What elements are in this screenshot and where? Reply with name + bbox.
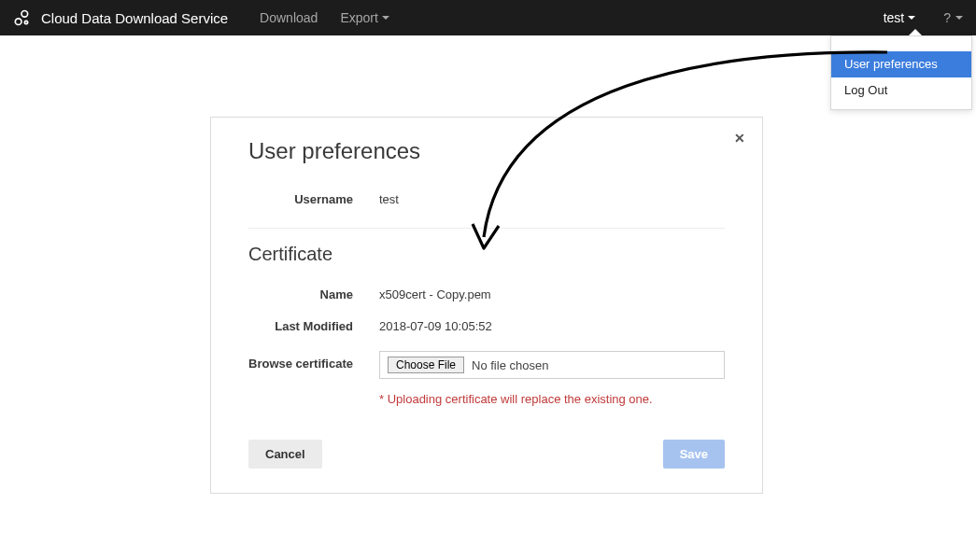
- help-menu-trigger[interactable]: ?: [930, 0, 976, 35]
- navbar: Cloud Data Download Service Download Exp…: [0, 0, 976, 35]
- cert-name-value: x509cert - Copy.pem: [379, 287, 491, 301]
- svg-point-1: [15, 19, 21, 25]
- app-title: Cloud Data Download Service: [41, 10, 228, 26]
- user-menu-label: test: [884, 0, 905, 35]
- app-logo-icon: [11, 7, 32, 28]
- upload-hint: * Uploading certificate will replace the…: [379, 392, 725, 406]
- dropdown-log-out[interactable]: Log Out: [831, 77, 971, 104]
- chevron-down-icon: [955, 16, 963, 20]
- nav-download[interactable]: Download: [248, 0, 329, 35]
- row-cert-name: Name x509cert - Copy.pem: [248, 278, 725, 310]
- row-username: Username test: [248, 183, 725, 215]
- svg-point-2: [24, 21, 27, 23]
- file-input[interactable]: Choose File No file chosen: [379, 351, 725, 379]
- certificate-section-title: Certificate: [248, 244, 725, 265]
- username-value: test: [379, 192, 399, 206]
- user-preferences-modal: ✕ User preferences Username test Certifi…: [210, 117, 763, 494]
- nav-export[interactable]: Export: [329, 0, 400, 35]
- user-dropdown: User preferences Log Out: [830, 35, 972, 110]
- help-icon-label: ?: [943, 10, 951, 25]
- nav-export-label: Export: [340, 0, 377, 35]
- chevron-down-icon: [908, 16, 915, 20]
- row-browse-certificate: Browse certificate Choose File No file c…: [248, 347, 725, 383]
- browse-certificate-label: Browse certificate: [248, 351, 379, 371]
- svg-point-0: [21, 11, 28, 18]
- divider: [248, 228, 725, 229]
- row-last-modified: Last Modified 2018-07-09 10:05:52: [248, 310, 725, 342]
- last-modified-label: Last Modified: [248, 319, 379, 333]
- dropdown-item-label: User preferences: [844, 57, 938, 71]
- nav-download-label: Download: [260, 0, 318, 35]
- modal-button-row: Cancel Save: [248, 440, 725, 469]
- chevron-down-icon: [382, 16, 389, 20]
- close-icon[interactable]: ✕: [734, 131, 745, 146]
- dropdown-user-preferences[interactable]: User preferences: [831, 51, 971, 77]
- save-button[interactable]: Save: [663, 440, 725, 469]
- username-label: Username: [248, 192, 379, 206]
- file-status-text: No file chosen: [472, 358, 548, 372]
- last-modified-value: 2018-07-09 10:05:52: [379, 319, 492, 333]
- dropdown-item-label: Log Out: [844, 83, 887, 97]
- dropdown-pointer-icon: [909, 29, 922, 35]
- choose-file-button[interactable]: Choose File: [388, 357, 464, 373]
- cancel-button[interactable]: Cancel: [248, 440, 322, 469]
- modal-title: User preferences: [248, 138, 725, 164]
- cert-name-label: Name: [248, 287, 379, 301]
